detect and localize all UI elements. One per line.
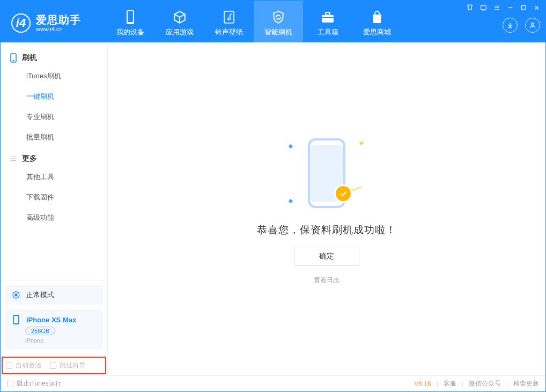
sidebar-item-advanced[interactable]: 高级功能 (1, 208, 107, 228)
group-label: 刷机 (22, 53, 37, 63)
sidebar-group-flash: 刷机 (1, 47, 107, 66)
checkbox-block-itunes[interactable]: 阻止iTunes运行 (7, 379, 62, 388)
squiggle-icon (350, 186, 362, 192)
tab-label: 爱思商城 (363, 27, 391, 37)
svg-rect-3 (128, 11, 133, 22)
device-capacity-badge: 256GB (25, 327, 55, 335)
sidebar-item-itunes-flash[interactable]: iTunes刷机 (1, 66, 107, 86)
success-message: 恭喜您，保资料刷机成功啦！ (257, 223, 396, 237)
shield-sync-icon (271, 10, 285, 24)
music-file-icon (222, 10, 236, 24)
svg-rect-5 (322, 15, 334, 23)
device-panel: 正常模式 iPhone XS Max 256GB iPhone (1, 280, 107, 353)
svg-rect-7 (322, 17, 334, 18)
close-button[interactable] (533, 4, 540, 11)
device-info-card[interactable]: iPhone XS Max 256GB iPhone (5, 309, 103, 349)
device-mode-card[interactable]: 正常模式 (5, 285, 103, 305)
toolbox-icon (321, 10, 335, 24)
device-subtype: iPhone (25, 337, 43, 344)
tshirt-icon[interactable] (466, 4, 474, 11)
svg-point-12 (15, 294, 17, 296)
link-customer-service[interactable]: 客服 (444, 379, 456, 388)
menu-icon[interactable] (493, 4, 500, 11)
checkbox-label: 跳过向导 (60, 361, 85, 370)
sidebar-item-download-fw[interactable]: 下载固件 (1, 187, 107, 208)
header-right (503, 18, 540, 33)
svg-point-8 (532, 23, 534, 26)
svg-rect-4 (224, 11, 234, 23)
group-label: 更多 (22, 154, 37, 164)
checkbox-label: 阻止iTunes运行 (17, 379, 62, 388)
sidebar-item-onekey-flash[interactable]: 一键刷机 (1, 86, 107, 107)
device-mode-label: 正常模式 (26, 290, 54, 300)
tab-my-device[interactable]: 我的设备 (106, 1, 155, 42)
minimize-button[interactable] (507, 4, 514, 11)
device-icon (123, 10, 137, 24)
download-manager-button[interactable] (503, 18, 518, 33)
tab-smart-flash[interactable]: 智能刷机 (254, 1, 303, 42)
checkbox-skip-guide[interactable]: 跳过向导 (50, 361, 85, 370)
nav-tabs: 我的设备 应用游戏 铃声壁纸 智能刷机 工具箱 (106, 1, 402, 42)
success-illustration (273, 133, 380, 213)
cube-icon (173, 10, 187, 24)
sidebar: 刷机 iTunes刷机 一键刷机 专业刷机 批量刷机 更多 其他工具 下载固件 … (1, 42, 108, 375)
tab-store[interactable]: 爱思商城 (352, 1, 402, 42)
logo-icon: i4 (11, 13, 31, 33)
svg-rect-0 (481, 5, 486, 10)
sidebar-item-pro-flash[interactable]: 专业刷机 (1, 107, 107, 127)
svg-rect-1 (522, 6, 526, 10)
checkbox-auto-activate[interactable]: 自动激活 (6, 361, 41, 370)
svg-rect-13 (13, 315, 19, 324)
highlighted-options-row: 自动激活 跳过向导 (2, 357, 106, 374)
phone-icon (9, 54, 18, 62)
link-wechat[interactable]: 微信公众号 (469, 379, 501, 388)
tab-apps[interactable]: 应用游戏 (155, 1, 204, 42)
bag-icon (370, 10, 384, 24)
checkbox-label: 自动激活 (16, 361, 41, 370)
device-name: iPhone XS Max (26, 316, 76, 324)
sidebar-item-other-tools[interactable]: 其他工具 (1, 167, 107, 187)
svg-point-10 (13, 60, 14, 61)
feedback-icon[interactable] (480, 4, 487, 11)
tab-label: 铃声壁纸 (215, 27, 243, 37)
separator: | (462, 380, 463, 388)
tab-label: 工具箱 (318, 27, 338, 37)
status-bar: 阻止iTunes运行 V8.16 | 客服 | 微信公众号 | 检查更新 (1, 375, 545, 391)
sparkle-icon (359, 141, 364, 145)
mode-icon (11, 290, 21, 300)
link-check-update[interactable]: 检查更新 (513, 379, 539, 388)
maximize-button[interactable] (520, 4, 527, 11)
sparkle-icon (289, 144, 293, 149)
app-header: i4 爱思助手 www.i4.cn 我的设备 应用游戏 铃声壁纸 (1, 1, 545, 42)
separator: | (437, 380, 438, 388)
phone-icon (11, 315, 21, 324)
list-icon (9, 154, 18, 163)
tab-label: 我的设备 (116, 27, 144, 37)
brand-url: www.i4.cn (36, 26, 81, 32)
version-label: V8.16 (414, 380, 431, 388)
tab-label: 应用游戏 (166, 27, 194, 37)
brand-name: 爱思助手 (36, 14, 81, 26)
tab-ringtone[interactable]: 铃声壁纸 (204, 1, 254, 42)
tab-label: 智能刷机 (264, 27, 292, 37)
sparkle-icon (289, 199, 293, 203)
view-log-link[interactable]: 查看日志 (314, 276, 340, 285)
window-controls (466, 4, 540, 11)
separator: | (506, 380, 508, 388)
ok-button[interactable]: 确定 (294, 247, 359, 266)
sidebar-group-more: 更多 (1, 147, 107, 167)
app-body: 刷机 iTunes刷机 一键刷机 专业刷机 批量刷机 更多 其他工具 下载固件 … (1, 42, 545, 375)
svg-rect-6 (326, 12, 330, 15)
check-badge-icon (334, 184, 352, 203)
sidebar-item-batch-flash[interactable]: 批量刷机 (1, 127, 107, 147)
app-logo: i4 爱思助手 www.i4.cn (1, 13, 106, 42)
main-content: 恭喜您，保资料刷机成功啦！ 确定 查看日志 (108, 42, 545, 375)
account-button[interactable] (525, 18, 540, 33)
tab-toolbox[interactable]: 工具箱 (303, 1, 352, 42)
